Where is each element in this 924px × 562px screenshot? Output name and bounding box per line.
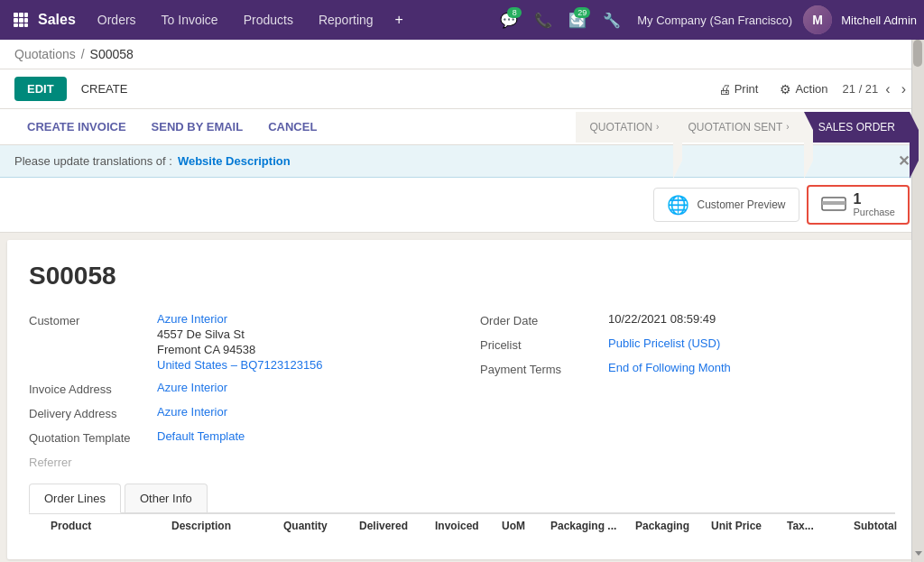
order-date-value: 10/22/2021 08:59:49 xyxy=(608,312,716,326)
step-quotation-sent-label: QUOTATION SENT xyxy=(688,121,782,134)
breadcrumb-parent[interactable]: Quotations xyxy=(14,47,76,61)
customer-address3[interactable]: United States – BQ7123123156 xyxy=(157,358,323,372)
scrollbar-thumb[interactable] xyxy=(913,40,922,67)
print-button[interactable]: Print xyxy=(711,78,766,100)
order-date-row: Order Date 10/22/2021 08:59:49 xyxy=(480,312,895,327)
svg-rect-3 xyxy=(14,18,18,23)
app-name: Sales xyxy=(38,12,76,28)
purchase-icon xyxy=(821,194,846,217)
chat-icon[interactable]: 💬 8 xyxy=(494,5,523,34)
table-headers: Product Description Quantity Delivered I… xyxy=(29,513,895,538)
notif-link[interactable]: Website Description xyxy=(178,154,291,168)
status-bar: CREATE INVOICE SEND BY EMAIL CANCEL QUOT… xyxy=(0,109,924,145)
step-quotation[interactable]: QUOTATION › xyxy=(576,112,674,143)
scroll-down-icon[interactable] xyxy=(912,545,924,562)
pager-prev[interactable]: ‹ xyxy=(882,79,893,99)
tabs-bar: Order Lines Other Info xyxy=(29,484,895,513)
customer-label: Customer xyxy=(29,312,146,327)
col-packaging: Packaging xyxy=(635,520,707,532)
avatar-initials: M xyxy=(803,5,832,34)
nav-products[interactable]: Products xyxy=(233,0,304,40)
pager: 21 / 21 ‹ › xyxy=(843,79,910,99)
delivery-address-row: Delivery Address Azure Interior xyxy=(29,405,444,420)
col-product: Product xyxy=(51,520,168,532)
quotation-template-value[interactable]: Default Template xyxy=(157,429,245,443)
nav-reporting[interactable]: Reporting xyxy=(308,0,384,40)
step-quotation-label: QUOTATION xyxy=(590,121,653,134)
order-number: S00058 xyxy=(29,262,895,290)
svg-marker-11 xyxy=(915,551,922,556)
delivery-address-value[interactable]: Azure Interior xyxy=(157,405,227,419)
purchase-label: Purchase xyxy=(854,207,895,217)
svg-rect-2 xyxy=(24,13,28,17)
svg-rect-10 xyxy=(822,201,845,205)
phone-icon[interactable]: 📞 xyxy=(529,5,558,34)
svg-rect-4 xyxy=(19,18,23,23)
pricelist-label: Pricelist xyxy=(480,336,597,352)
delivery-address-label: Delivery Address xyxy=(29,405,146,420)
notification-banner: Please update translations of : Website … xyxy=(0,145,924,178)
step-quotation-sent[interactable]: QUOTATION SENT › xyxy=(673,112,803,143)
col-description: Description xyxy=(171,520,280,532)
col-packaging-qty: Packaging ... xyxy=(550,520,632,532)
create-button[interactable]: CREATE xyxy=(74,77,135,101)
action-button[interactable]: Action xyxy=(772,78,835,100)
top-navigation: Sales Orders To Invoice Products Reporti… xyxy=(0,0,924,40)
activity-icon[interactable]: 🔄 29 xyxy=(563,5,592,34)
payment-terms-value[interactable]: End of Following Month xyxy=(608,361,731,374)
purchase-button[interactable]: 1 Purchase xyxy=(807,185,910,225)
action-bar: EDIT CREATE Print Action 21 / 21 ‹ › xyxy=(0,69,924,109)
tab-other-info[interactable]: Other Info xyxy=(125,484,208,512)
create-invoice-button[interactable]: CREATE INVOICE xyxy=(14,109,139,144)
quotation-template-row: Quotation Template Default Template xyxy=(29,429,444,445)
chat-badge: 8 xyxy=(507,7,522,18)
avatar[interactable]: M xyxy=(803,5,832,34)
form-right: Order Date 10/22/2021 08:59:49 Pricelist… xyxy=(480,312,895,469)
breadcrumb-separator: / xyxy=(81,47,85,61)
form-left: Customer Azure Interior 4557 De Silva St… xyxy=(29,312,444,469)
cancel-button[interactable]: CANCEL xyxy=(255,109,329,144)
referrer-row: Referrer xyxy=(29,454,444,469)
invoice-address-value[interactable]: Azure Interior xyxy=(157,381,227,394)
purchase-text: 1 Purchase xyxy=(854,192,895,217)
tab-order-lines[interactable]: Order Lines xyxy=(29,484,121,513)
add-menu-button[interactable]: + xyxy=(388,12,411,28)
breadcrumb-current: S00058 xyxy=(90,47,134,61)
edit-button[interactable]: EDIT xyxy=(14,77,67,101)
notif-text: Please update translations of : xyxy=(14,154,172,168)
main-content: Please update translations of : Website … xyxy=(0,145,924,561)
pager-text: 21 / 21 xyxy=(843,82,879,96)
quotation-template-label: Quotation Template xyxy=(29,429,146,445)
pager-next[interactable]: › xyxy=(898,79,910,99)
svg-rect-1 xyxy=(19,13,23,17)
document-area: S00058 Customer Azure Interior 4557 De S… xyxy=(7,240,917,559)
customer-address1: 4557 De Silva St xyxy=(157,327,323,341)
customer-name[interactable]: Azure Interior xyxy=(157,312,323,326)
send-by-email-button[interactable]: SEND BY EMAIL xyxy=(139,109,256,144)
globe-icon: 🌐 xyxy=(667,194,689,216)
customer-address2: Fremont CA 94538 xyxy=(157,343,323,356)
customer-value: Azure Interior 4557 De Silva St Fremont … xyxy=(157,312,323,372)
nav-icon-group: 💬 8 📞 🔄 29 🔧 xyxy=(494,5,626,34)
customer-preview-button[interactable]: 🌐 Customer Preview xyxy=(653,188,799,222)
apps-menu-icon[interactable] xyxy=(7,6,34,33)
smart-buttons-row: 🌐 Customer Preview 1 Purchase xyxy=(0,178,924,233)
nav-to-invoice[interactable]: To Invoice xyxy=(151,0,229,40)
customer-row: Customer Azure Interior 4557 De Silva St… xyxy=(29,312,444,372)
settings-icon[interactable]: 🔧 xyxy=(597,5,626,34)
step-sales-order[interactable]: SALES ORDER xyxy=(804,112,910,143)
activity-badge: 29 xyxy=(574,7,590,18)
svg-rect-7 xyxy=(19,23,23,27)
customer-preview-label: Customer Preview xyxy=(697,198,785,211)
notif-close-button[interactable]: ✕ xyxy=(898,152,910,170)
nav-orders[interactable]: Orders xyxy=(87,0,147,40)
svg-rect-8 xyxy=(24,23,28,27)
invoice-address-row: Invoice Address Azure Interior xyxy=(29,381,444,396)
col-delivered: Delivered xyxy=(359,520,431,532)
pricelist-value[interactable]: Public Pricelist (USD) xyxy=(608,336,720,350)
payment-terms-label: Payment Terms xyxy=(480,361,597,376)
svg-rect-6 xyxy=(14,23,18,27)
svg-rect-0 xyxy=(14,13,18,17)
payment-terms-row: Payment Terms End of Following Month xyxy=(480,361,895,376)
col-tax: Tax... xyxy=(787,520,850,532)
